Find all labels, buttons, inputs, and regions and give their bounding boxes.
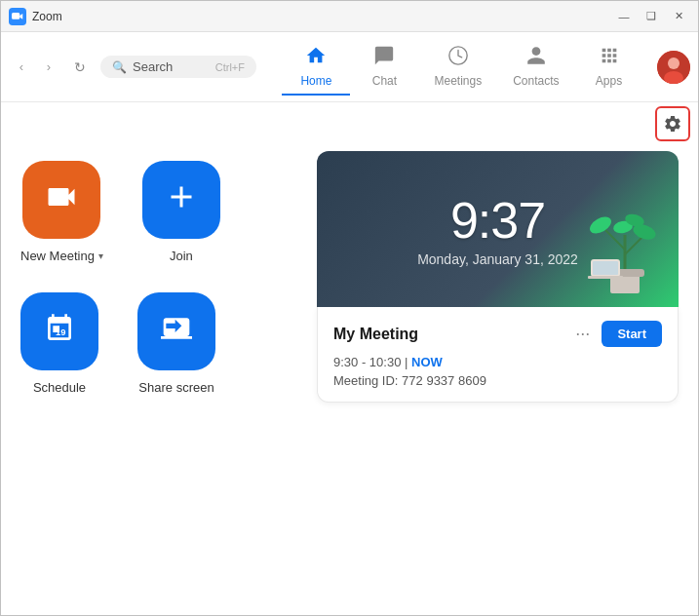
tab-apps-label: Apps [596, 74, 622, 88]
forward-button[interactable]: › [36, 55, 61, 80]
maximize-button[interactable]: ❑ [640, 7, 663, 26]
back-forward-controls: ‹ › [9, 55, 61, 80]
meeting-separator: | [405, 355, 411, 369]
calendar-hero: 9:37 Monday, January 31, 2022 [317, 151, 679, 307]
video-camera-icon [44, 179, 79, 221]
svg-rect-17 [588, 276, 623, 279]
share-screen-icon [161, 313, 192, 351]
title-bar: Zoom — ❑ ✕ [1, 1, 698, 32]
new-meeting-label: New Meeting ▾ [20, 249, 103, 263]
meeting-id-label: Meeting ID: [333, 373, 398, 388]
tab-contacts-label: Contacts [513, 74, 559, 88]
refresh-button[interactable]: ↻ [67, 55, 93, 80]
avatar[interactable] [657, 51, 690, 84]
hero-date: Monday, January 31, 2022 [417, 251, 578, 267]
svg-point-3 [668, 58, 680, 69]
title-bar-controls: — ❑ ✕ [612, 7, 690, 26]
join-button[interactable] [142, 161, 220, 239]
tab-chat-label: Chat [372, 74, 397, 88]
tab-contacts[interactable]: Contacts [497, 39, 574, 96]
meetings-icon [447, 45, 469, 71]
new-meeting-item[interactable]: New Meeting ▾ [20, 161, 103, 263]
settings-button[interactable] [655, 106, 690, 141]
title-bar-logo: Zoom [9, 8, 612, 25]
meeting-time-row: 9:30 - 10:30 | NOW [333, 355, 662, 369]
tab-home-label: Home [300, 74, 331, 88]
chat-icon [373, 45, 395, 71]
close-button[interactable]: ✕ [667, 7, 690, 26]
apps-icon [599, 45, 620, 71]
svg-rect-16 [593, 261, 618, 275]
schedule-label: Schedule [33, 380, 86, 395]
start-meeting-button[interactable]: Start [602, 321, 662, 347]
chevron-down-icon: ▾ [98, 250, 103, 261]
search-text: Search [133, 59, 210, 74]
action-row-bottom: 19 Schedule Share s [20, 292, 293, 395]
meeting-card: My Meeting ··· Start 9:30 - 10:30 | NOW … [317, 307, 679, 403]
settings-bar [1, 102, 698, 141]
action-row-top: New Meeting ▾ Join [20, 161, 293, 263]
meeting-id-number: 772 9337 8609 [402, 373, 486, 388]
action-panel: New Meeting ▾ Join [20, 151, 293, 596]
zoom-window: Zoom — ❑ ✕ ‹ › ↻ 🔍 Search Ctrl+F [0, 0, 699, 616]
tab-apps[interactable]: Apps [575, 39, 643, 96]
schedule-item[interactable]: 19 Schedule [20, 292, 98, 395]
calendar-icon: 19 [44, 313, 75, 351]
plus-icon [164, 179, 199, 221]
meeting-title: My Meeting [333, 326, 418, 343]
join-item[interactable]: Join [142, 161, 220, 263]
share-screen-label: Share screen [138, 380, 214, 395]
meeting-id-row: Meeting ID: 772 9337 8609 [333, 373, 662, 388]
search-icon: 🔍 [112, 60, 127, 74]
meeting-time-range: 9:30 - 10:30 [333, 355, 401, 369]
title-bar-title: Zoom [32, 10, 62, 23]
meeting-actions: ··· Start [571, 321, 662, 347]
contacts-icon [525, 45, 547, 71]
search-bar[interactable]: 🔍 Search Ctrl+F [100, 56, 256, 78]
nav-tabs: Home Chat Meetings [268, 39, 657, 96]
tab-meetings-label: Meetings [434, 74, 482, 88]
tab-meetings[interactable]: Meetings [418, 39, 497, 96]
svg-line-10 [625, 237, 642, 254]
gear-icon [663, 114, 682, 134]
plant-icon [586, 186, 664, 303]
schedule-button[interactable]: 19 [20, 292, 98, 370]
tab-chat[interactable]: Chat [350, 39, 418, 96]
join-label: Join [170, 249, 193, 263]
search-shortcut: Ctrl+F [215, 61, 245, 73]
zoom-logo-icon [9, 8, 26, 25]
meeting-header: My Meeting ··· Start [333, 321, 662, 347]
minimize-button[interactable]: — [612, 7, 636, 26]
main-content: New Meeting ▾ Join [1, 141, 698, 615]
calendar-panel: 9:37 Monday, January 31, 2022 [317, 151, 679, 596]
back-button[interactable]: ‹ [9, 55, 34, 80]
avatar-image [657, 51, 690, 84]
new-meeting-button[interactable] [22, 161, 100, 239]
hero-time: 9:37 [450, 191, 545, 250]
meeting-more-button[interactable]: ··· [571, 324, 594, 344]
home-icon [305, 45, 327, 71]
tab-home[interactable]: Home [282, 39, 350, 96]
plant-decoration [586, 186, 664, 307]
share-screen-item[interactable]: Share screen [137, 292, 215, 395]
share-screen-button[interactable] [137, 292, 215, 370]
svg-text:19: 19 [56, 327, 65, 336]
meeting-now-badge: NOW [411, 355, 443, 369]
nav-bar: ‹ › ↻ 🔍 Search Ctrl+F Home [1, 32, 698, 102]
